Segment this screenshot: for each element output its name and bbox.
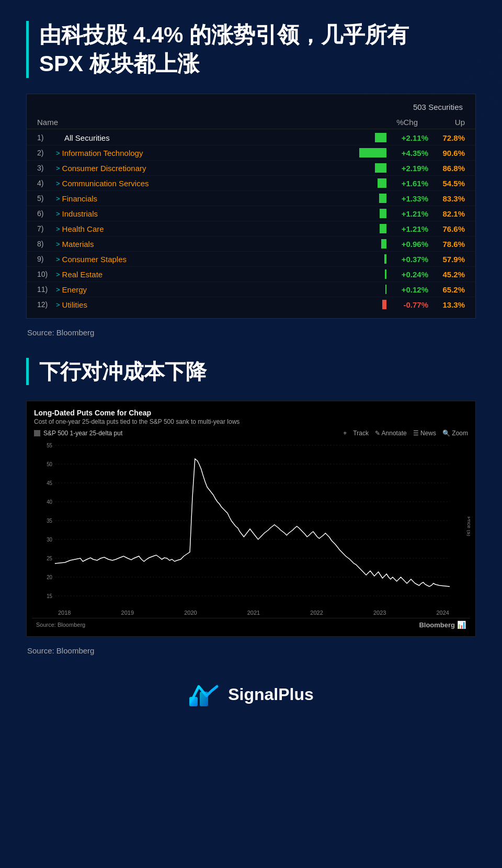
x-label-2019: 2019 [121,610,134,616]
row-arrow: > [56,240,60,248]
bar-container [324,148,386,157]
row-name: Communication Services [62,179,324,188]
bloomberg-text: Bloomberg [419,621,455,629]
row-pctchg: +1.21% [392,224,433,233]
svg-text:40: 40 [47,499,52,505]
x-label-2018: 2018 [58,610,71,616]
svg-text:Price ($): Price ($) [466,516,470,536]
x-label-2023: 2023 [373,610,386,616]
row-num: 10) [37,270,56,278]
chart-footer: Source: Bloomberg Bloomberg 📊 [32,618,470,631]
row-up: 82.1% [433,209,465,218]
x-label-2024: 2024 [436,610,449,616]
row-num: 11) [37,285,56,294]
signalplus-logo-text: SignalPlus [228,685,314,704]
chart-toolbar: + Track ✎ Annotate ☰ News 🔍 Zoom [343,430,468,437]
row-arrow: > [56,255,60,263]
table-row: 1) All Securities +2.11% 72.8% [27,130,475,145]
news-button[interactable]: ☰ News [413,430,436,437]
bar-container [324,269,386,279]
chart-legend: S&P 500 1-year 25-delta put [34,430,122,437]
table-row: 11) > Energy +0.12% 65.2% [27,282,475,297]
col-up-header: Up [423,118,465,127]
row-name: Real Estate [62,270,324,279]
row-up: 78.6% [433,240,465,249]
row-up: 86.8% [433,164,465,173]
table-body: 1) All Securities +2.11% 72.8% 2) > Info… [27,130,475,312]
row-arrow: > [56,195,60,202]
main-title: 由科技股 4.4% 的涨势引领，几乎所有 SPX 板块都上涨 [39,21,476,78]
bar-container [324,133,386,142]
bloomberg-logo: Bloomberg 📊 [419,621,466,629]
section2-title-block: 下行对冲成本下降 [26,358,476,385]
x-label-2022: 2022 [310,610,323,616]
signalplus-logo-icon [188,681,220,707]
bar [378,178,386,188]
row-arrow: > [56,164,60,172]
section2-title: 下行对冲成本下降 [39,358,476,385]
chart-x-axis: 2018 2019 2020 2021 2022 2023 2024 [32,607,470,618]
annotate-button[interactable]: ✎ Annotate [375,430,407,437]
zoom-button[interactable]: 🔍 Zoom [442,430,468,437]
row-name: All Securities [64,133,324,142]
row-name: Utilities [62,300,324,309]
row-pctchg: +0.12% [392,285,433,294]
row-arrow: > [56,225,60,233]
row-pctchg: +4.35% [392,149,433,157]
table-row: 5) > Financials +1.33% 83.3% [27,191,475,206]
table-row: 8) > Materials +0.96% 78.6% [27,236,475,252]
row-up: 57.9% [433,255,465,264]
securities-count: 503 Securities [413,103,463,111]
title-line1: 由科技股 4.4% 的涨势引领，几乎所有 [39,22,409,47]
row-name: Consumer Staples [62,255,324,264]
row-num: 8) [37,240,56,248]
chart-container: Long-Dated Puts Come for Cheap Cost of o… [26,401,476,637]
bar [381,239,386,249]
chart-legend-toolbar: S&P 500 1-year 25-delta put + Track ✎ An… [32,430,470,437]
chart-footer-source: Source: Bloomberg [36,622,85,628]
row-name: Health Care [62,224,324,233]
toolbar-plus: + [343,430,347,437]
bar [385,285,386,294]
row-name: Consumer Discretionary [62,164,324,173]
legend-color-box [34,430,40,436]
svg-text:25: 25 [47,556,52,561]
row-num: 9) [37,255,56,263]
row-pctchg: +1.61% [392,179,433,188]
bar-container [324,209,386,218]
chart-area: 55 50 45 40 35 30 25 20 15 Price ($) [32,440,470,607]
svg-text:30: 30 [47,537,52,543]
row-up: 76.6% [433,224,465,233]
row-num: 6) [37,209,56,218]
row-arrow: > [56,149,60,157]
bar-container [324,254,386,264]
row-name: Materials [62,240,324,249]
source1-text: Source: Bloomberg [26,328,476,337]
bar [375,133,386,142]
track-button[interactable]: Track [353,430,369,437]
row-up: 13.3% [433,300,465,309]
bar [359,148,386,157]
bar [379,194,386,203]
bar-container [324,178,386,188]
row-num: 2) [37,149,56,157]
row-up: 45.2% [433,270,465,279]
column-headers: Name %Chg Up [27,116,475,129]
svg-text:15: 15 [47,593,52,599]
row-arrow: > [56,301,60,309]
svg-text:35: 35 [47,518,52,524]
bar [385,269,386,279]
bar-container [324,224,386,233]
legend-label: S&P 500 1-year 25-delta put [43,430,122,437]
row-num: 12) [37,300,56,309]
bar [382,300,386,309]
row-pctchg: +0.37% [392,255,433,264]
row-pctchg: -0.77% [392,300,433,309]
bar-container [324,163,386,173]
bar-container [324,194,386,203]
table-row: 7) > Health Care +1.21% 76.6% [27,221,475,236]
table-row: 9) > Consumer Staples +0.37% 57.9% [27,252,475,267]
table-row: 2) > Information Technology +4.35% 90.6% [27,145,475,161]
svg-rect-41 [189,697,198,706]
row-pctchg: +0.96% [392,240,433,249]
